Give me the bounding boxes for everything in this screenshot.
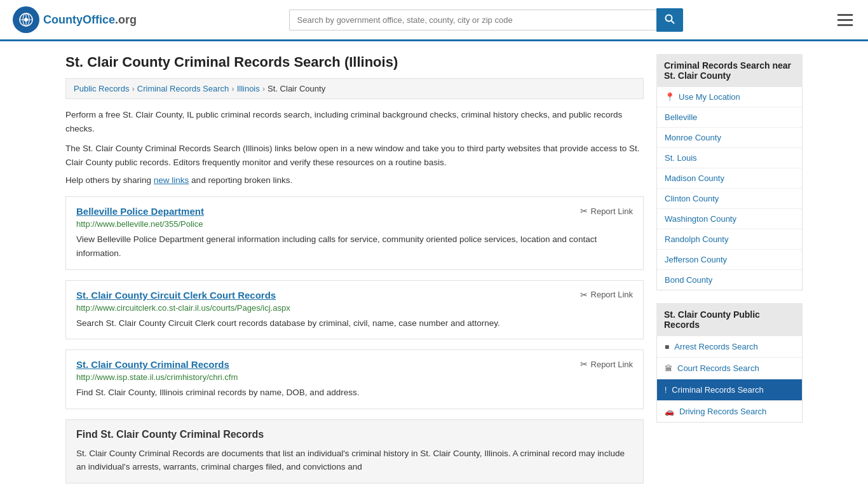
record-card-0: Belleville Police Department ✂ Report Li…	[65, 196, 644, 269]
nearby-item-0[interactable]: Belleville	[657, 107, 802, 128]
logo-icon	[13, 6, 39, 33]
record-card-2: St. Clair County Criminal Records ✂ Repo…	[65, 349, 644, 409]
nearby-link-0[interactable]: Belleville	[665, 112, 697, 122]
breadcrumb-sep-3: ›	[262, 84, 265, 93]
menu-bar-3	[837, 24, 853, 26]
breadcrumb-criminal-records[interactable]: Criminal Records Search	[137, 84, 229, 93]
nearby-link-1[interactable]: Monroe County	[665, 133, 721, 142]
record-card-header-2: St. Clair County Criminal Records ✂ Repo…	[76, 359, 633, 370]
record-title-1[interactable]: St. Clair County Circuit Clerk Court Rec…	[76, 290, 276, 301]
menu-bar-1	[837, 14, 853, 16]
share-text: Help others by sharing new links and rep…	[65, 175, 644, 185]
nearby-link-5[interactable]: Washington County	[665, 214, 736, 224]
breadcrumb-sep-1: ›	[132, 84, 134, 93]
nearby-item-6[interactable]: Randolph County	[657, 229, 802, 250]
find-section-title: Find St. Clair County Criminal Records	[76, 429, 633, 440]
svg-line-7	[671, 20, 674, 23]
breadcrumb-public-records[interactable]: Public Records	[74, 84, 129, 93]
criminal-link[interactable]: Criminal Records Search	[672, 385, 764, 395]
record-desc-0: View Belleville Police Department genera…	[76, 233, 633, 260]
driving-icon: 🚗	[665, 407, 674, 416]
breadcrumb: Public Records › Criminal Records Search…	[65, 78, 644, 99]
svg-point-5	[24, 18, 28, 22]
record-url-0[interactable]: http://www.belleville.net/355/Police	[76, 219, 633, 229]
public-records-section: St. Clair County Public Records ■ Arrest…	[656, 303, 803, 423]
nearby-item-2[interactable]: St. Louis	[657, 148, 802, 168]
breadcrumb-illinois[interactable]: Illinois	[237, 84, 260, 93]
menu-button[interactable]	[835, 11, 855, 29]
nearby-item-5[interactable]: Washington County	[657, 209, 802, 229]
report-link-button-0[interactable]: ✂ Report Link	[580, 206, 633, 216]
report-label-2: Report Link	[591, 360, 633, 369]
nearby-link-2[interactable]: St. Louis	[665, 153, 697, 163]
search-button[interactable]	[656, 8, 683, 32]
intro-paragraph-2: The St. Clair County Criminal Records Se…	[65, 142, 644, 169]
nearby-link-8[interactable]: Bond County	[665, 275, 712, 285]
location-pin-icon: 📍	[665, 92, 675, 102]
nearby-item-8[interactable]: Bond County	[657, 270, 802, 290]
use-my-location-link[interactable]: Use My Location	[679, 92, 740, 102]
record-title-0[interactable]: Belleville Police Department	[76, 206, 204, 217]
main-container: St. Clair County Criminal Records Search…	[53, 41, 815, 488]
record-desc-1: Search St. Clair County Circuit Clerk co…	[76, 316, 633, 330]
criminal-icon: !	[665, 386, 667, 395]
breadcrumb-current: St. Clair County	[268, 84, 325, 93]
share-text-prefix: Help others by sharing	[65, 175, 154, 185]
report-label-0: Report Link	[591, 207, 633, 216]
nearby-section: Criminal Records Search near St. Clair C…	[656, 54, 803, 290]
report-icon-0: ✂	[580, 206, 588, 216]
record-url-1[interactable]: http://www.circuitclerk.co.st-clair.il.u…	[76, 303, 633, 313]
nearby-item-1[interactable]: Monroe County	[657, 128, 802, 148]
nearby-item-4[interactable]: Clinton County	[657, 189, 802, 209]
nearby-header: Criminal Records Search near St. Clair C…	[656, 54, 803, 87]
report-icon-2: ✂	[580, 359, 588, 369]
menu-bar-2	[837, 19, 853, 21]
nearby-link-6[interactable]: Randolph County	[665, 234, 728, 244]
use-my-location-item[interactable]: 📍 Use My Location	[657, 87, 802, 107]
public-records-header: St. Clair County Public Records	[656, 303, 803, 336]
logo-area: CountyOffice.org	[13, 6, 137, 33]
driving-link[interactable]: Driving Records Search	[679, 407, 766, 416]
search-icon	[665, 14, 675, 24]
nearby-item-3[interactable]: Madison County	[657, 168, 802, 189]
record-desc-2: Find St. Clair County, Illinois criminal…	[76, 386, 633, 400]
sidebar: Criminal Records Search near St. Clair C…	[656, 54, 803, 484]
share-text-suffix: and reporting broken links.	[189, 175, 292, 185]
nearby-link-4[interactable]: Clinton County	[665, 194, 719, 203]
new-links-link[interactable]: new links	[154, 175, 189, 185]
nearby-items-container: 📍 Use My Location Belleville Monroe Coun…	[656, 87, 803, 290]
arrest-icon: ■	[665, 342, 669, 351]
record-url-2[interactable]: http://www.isp.state.il.us/crimhistory/c…	[76, 372, 633, 382]
header: CountyOffice.org	[0, 0, 868, 41]
record-card-header-1: St. Clair County Circuit Clerk Court Rec…	[76, 290, 633, 301]
find-section-desc: St. Clair County Criminal Records are do…	[76, 447, 633, 474]
search-input[interactable]	[289, 10, 656, 30]
find-section: Find St. Clair County Criminal Records S…	[65, 419, 644, 484]
record-title-2[interactable]: St. Clair County Criminal Records	[76, 359, 229, 370]
search-area	[289, 8, 683, 32]
pub-item-court[interactable]: 🏛 Court Records Search	[657, 358, 802, 379]
pub-item-arrest[interactable]: ■ Arrest Records Search	[657, 336, 802, 358]
pub-item-driving[interactable]: 🚗 Driving Records Search	[657, 401, 802, 422]
intro-paragraph-1: Perform a free St. Clair County, IL publ…	[65, 108, 644, 135]
arrest-link[interactable]: Arrest Records Search	[674, 342, 758, 351]
nearby-link-3[interactable]: Madison County	[665, 173, 724, 183]
report-label-1: Report Link	[591, 290, 633, 299]
logo-text: CountyOffice.org	[43, 13, 137, 27]
record-card-1: St. Clair County Circuit Clerk Court Rec…	[65, 280, 644, 340]
report-link-button-1[interactable]: ✂ Report Link	[580, 290, 633, 300]
report-link-button-2[interactable]: ✂ Report Link	[580, 359, 633, 369]
nearby-item-7[interactable]: Jefferson County	[657, 250, 802, 270]
report-icon-1: ✂	[580, 290, 588, 300]
breadcrumb-sep-2: ›	[231, 84, 234, 93]
nearby-link-7[interactable]: Jefferson County	[665, 255, 727, 264]
content-area: St. Clair County Criminal Records Search…	[65, 54, 644, 484]
pub-item-criminal[interactable]: ! Criminal Records Search	[657, 379, 802, 401]
court-icon: 🏛	[665, 364, 672, 373]
court-link[interactable]: Court Records Search	[677, 363, 759, 373]
public-records-items: ■ Arrest Records Search 🏛 Court Records …	[656, 336, 803, 423]
page-title: St. Clair County Criminal Records Search…	[65, 54, 644, 71]
record-card-header-0: Belleville Police Department ✂ Report Li…	[76, 206, 633, 217]
